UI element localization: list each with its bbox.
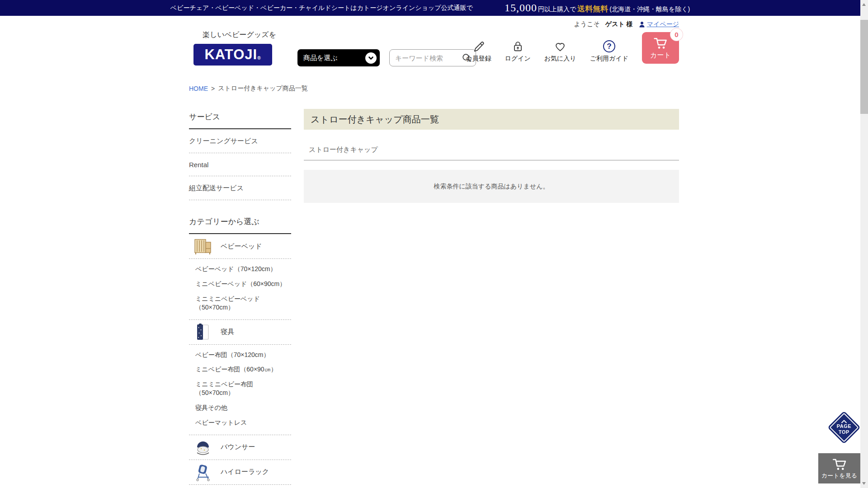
scrollbar-down-arrow[interactable]	[862, 482, 866, 485]
welcome-text: ようこそ	[574, 20, 600, 28]
page-top-label-1: PAGE	[837, 423, 851, 429]
sidebar-item-minimini-baby-bed-50x70[interactable]: ミニミニベビーベッド（50×70cm）	[195, 291, 291, 315]
sidebar-item-mini-baby-bed-60x90[interactable]: ミニベビーベッド（60×90cm）	[195, 277, 291, 291]
guide-button[interactable]: ? ご利用ガイド	[590, 40, 628, 64]
crib-icon	[193, 237, 212, 256]
register-button[interactable]: 会員登録	[466, 40, 491, 64]
sidebar-category-highlow-rack[interactable]: ハイローラック	[189, 460, 291, 484]
header: ようこそ ゲスト 様 マイページ 楽しいベビーグッズを KATOJI® 商品を選…	[189, 16, 679, 72]
guide-label: ご利用ガイド	[590, 55, 628, 63]
sidebar-category-baby-bed[interactable]: ベビーベッド	[189, 234, 291, 258]
category-label: ベビーベッド	[221, 242, 262, 251]
scrollbar-thumb[interactable]	[860, 20, 868, 114]
shipping-offer: 15,000 円以上購入で 送料無料 (北海道・沖縄・離島を除く)	[505, 2, 690, 14]
scrollbar-up-arrow[interactable]	[862, 3, 866, 6]
mypage-label: マイページ	[647, 20, 679, 28]
question-icon: ?	[603, 40, 615, 52]
search-input[interactable]	[395, 54, 462, 62]
login-button[interactable]: ログイン	[505, 40, 530, 64]
sidebar-item-cleaning[interactable]: クリーニングサービス	[189, 129, 291, 153]
favorites-button[interactable]: お気に入り	[544, 40, 576, 64]
sidebar-item-baby-mattress[interactable]: ベビーマットレス	[195, 415, 291, 430]
search-box	[389, 49, 476, 66]
category-label: ハイローラック	[221, 468, 269, 476]
logo-text: KATOJI	[204, 47, 257, 63]
sidebar-category-baby-carrier[interactable]: ベビーキャリア	[189, 485, 291, 488]
tab-straw-cap: ストロー付きキャップ	[309, 145, 378, 153]
categories-heading: カテゴリーから選ぶ	[189, 214, 291, 234]
tagline: 楽しいベビーグッズを	[203, 30, 276, 40]
mypage-link[interactable]: マイページ	[638, 20, 679, 28]
bedding-sublist: ベビー布団（70×120cm） ミニベビー布団（60×90㎝） ミニミニベビー布…	[189, 345, 291, 435]
register-label: 会員登録	[466, 55, 491, 63]
content: サービス クリーニングサービス Rental 組立配送サービス カテゴリーから選…	[189, 109, 679, 488]
shipping-amount-suffix: 円以上購入で	[538, 5, 576, 14]
bouncer-icon	[193, 438, 212, 457]
services-heading: サービス	[189, 109, 291, 129]
breadcrumb-separator: >	[211, 85, 215, 92]
cart-icon	[831, 457, 848, 471]
cart-count-badge: 0	[670, 28, 683, 41]
view-cart-label: カートを見る	[821, 472, 857, 480]
shipping-note: (北海道・沖縄・離島を除く)	[609, 5, 690, 14]
sidebar-category-bedding[interactable]: 寝具	[189, 320, 291, 344]
cart-label: カート	[650, 51, 671, 60]
guest-name: ゲスト 様	[605, 20, 633, 28]
scrollbar[interactable]	[860, 0, 868, 488]
sidebar-item-rental[interactable]: Rental	[189, 153, 291, 176]
pencil-icon	[472, 40, 485, 52]
announcement-text: ベビーチェア・ベビーベッド・ベビーカー・チャイルドシートはカトージオンラインショ…	[170, 4, 473, 12]
shipping-amount: 15,000	[505, 2, 537, 14]
sidebar-item-baby-futon-70x120[interactable]: ベビー布団（70×120cm）	[195, 347, 291, 362]
category-label: バウンサー	[221, 443, 255, 451]
bedding-icon	[193, 323, 212, 342]
view-cart-button[interactable]: カートを見る	[818, 453, 860, 483]
breadcrumb-home-link[interactable]: HOME	[189, 85, 208, 92]
sidebar: サービス クリーニングサービス Rental 組立配送サービス カテゴリーから選…	[189, 109, 291, 488]
chevron-up-icon	[841, 420, 847, 423]
product-category-dropdown[interactable]: 商品を選ぶ	[297, 49, 380, 66]
tab-row: ストロー付きキャップ	[304, 145, 679, 160]
person-icon	[638, 21, 646, 28]
breadcrumb: HOME > ストロー付きキャップ商品一覧	[189, 84, 679, 93]
heart-icon	[554, 40, 566, 52]
registered-mark: ®	[257, 56, 261, 61]
no-results-message: 検索条件に該当する商品はありません。	[304, 170, 679, 203]
cart-button[interactable]: 0 カート	[642, 32, 679, 64]
cart-icon	[653, 36, 668, 50]
page-top-label-2: TOP	[839, 429, 849, 435]
dropdown-label: 商品を選ぶ	[303, 54, 338, 62]
lock-icon	[512, 40, 524, 52]
sidebar-category-bouncer[interactable]: バウンサー	[189, 435, 291, 460]
chevron-down-icon	[365, 52, 377, 64]
main-content: ストロー付きキャップ商品一覧 ストロー付きキャップ 検索条件に該当する商品はあり…	[304, 109, 679, 203]
page-title: ストロー付きキャップ商品一覧	[304, 109, 679, 130]
baby-bed-sublist: ベビーベッド（70×120cm） ミニベビーベッド（60×90cm） ミニミニベ…	[189, 259, 291, 319]
login-label: ログイン	[505, 55, 530, 63]
sidebar-item-mini-baby-futon-60x90[interactable]: ミニベビー布団（60×90㎝）	[195, 362, 291, 377]
sidebar-item-assembly-delivery[interactable]: 組立配送サービス	[189, 176, 291, 200]
free-shipping-text: 送料無料	[577, 4, 608, 14]
category-label: 寝具	[221, 328, 234, 336]
highlow-rack-icon	[193, 463, 212, 482]
katoji-logo[interactable]: KATOJI®	[193, 44, 272, 66]
breadcrumb-current: ストロー付きキャップ商品一覧	[218, 84, 308, 93]
header-nav: 会員登録 ログイン お気に入り ? ご利用ガ	[466, 32, 679, 64]
announcement-bar: ベビーチェア・ベビーベッド・ベビーカー・チャイルドシートはカトージオンラインショ…	[0, 0, 868, 16]
page-top-button[interactable]: PAGE TOP	[830, 413, 859, 442]
welcome-row: ようこそ ゲスト 様 マイページ	[574, 20, 679, 28]
sidebar-item-bedding-other[interactable]: 寝具その他	[195, 400, 291, 415]
sidebar-item-minimini-baby-futon-50x70[interactable]: ミニミニベビー布団（50×70cm）	[195, 377, 291, 400]
favorites-label: お気に入り	[544, 55, 576, 63]
sidebar-item-baby-bed-70x120[interactable]: ベビーベッド（70×120cm）	[195, 262, 291, 277]
